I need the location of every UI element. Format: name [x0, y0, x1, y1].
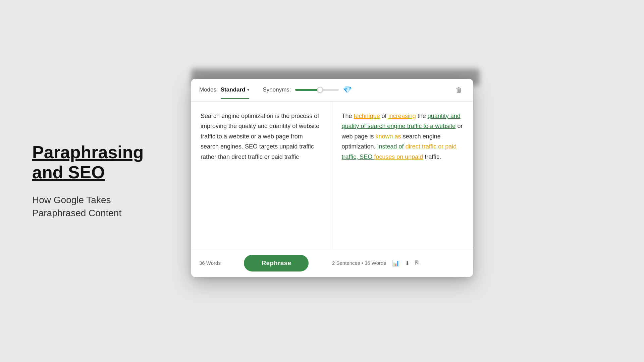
output-text: The technique of increasing the quantity… — [342, 111, 464, 162]
word-count: 36 Words — [199, 260, 221, 266]
synonyms-slider[interactable] — [295, 89, 339, 91]
toolbar: Modes: Standard ▾ Synonyms: 💎 🗑 — [191, 79, 473, 102]
delete-button[interactable]: 🗑 — [453, 85, 465, 95]
highlight-known-as: known as — [376, 133, 401, 140]
highlight-instead: Instead of direct traffic or paid traffi… — [342, 143, 457, 160]
output-stats: 2 Sentences • 36 Words 📊 ⬇ ⎘ — [332, 259, 420, 267]
highlight-technique: technique — [354, 113, 380, 119]
diamond-icon: 💎 — [343, 85, 352, 94]
page-subtitle: How Google Takes Paraphrased Content — [32, 193, 178, 220]
slider-thumb — [317, 87, 323, 93]
input-text: Search engine optimization is the proces… — [201, 111, 323, 162]
chevron-down-icon: ▾ — [247, 87, 249, 92]
left-panel: Paraphrasingand SEO How Google Takes Par… — [0, 142, 178, 220]
modes-label: Modes: — [199, 86, 218, 93]
download-icon-button[interactable]: ⬇ — [404, 259, 411, 267]
chart-icon-button[interactable]: 📊 — [391, 259, 400, 267]
app-container: Modes: Standard ▾ Synonyms: 💎 🗑 Search e… — [191, 79, 473, 277]
mode-value: Standard — [221, 86, 246, 93]
highlight-direct: direct traffic or paid — [406, 143, 457, 150]
input-pane[interactable]: Search engine optimization is the proces… — [191, 102, 332, 249]
mode-dropdown[interactable]: Standard ▾ — [221, 86, 250, 93]
bottom-left: 36 Words Rephrase — [199, 255, 332, 272]
bottom-right: 2 Sentences • 36 Words 📊 ⬇ ⎘ — [332, 259, 465, 267]
bottom-bar: 36 Words Rephrase 2 Sentences • 36 Words… — [191, 249, 473, 277]
highlight-increasing: increasing — [388, 113, 416, 119]
mode-underline — [221, 98, 250, 99]
synonyms-label: Synonyms: — [263, 86, 291, 93]
copy-icon-button[interactable]: ⎘ — [415, 259, 420, 267]
content-area: Search engine optimization is the proces… — [191, 102, 473, 249]
page-title: Paraphrasingand SEO — [32, 142, 178, 183]
stat-icons: 📊 ⬇ ⎘ — [391, 259, 420, 267]
output-pane: The technique of increasing the quantity… — [332, 102, 473, 249]
synonyms-section: Synonyms: 💎 — [263, 85, 352, 94]
paraphraser-card: Modes: Standard ▾ Synonyms: 💎 🗑 Search e… — [191, 79, 473, 277]
highlight-focuses: focuses on unpaid — [374, 154, 423, 160]
rephrase-button[interactable]: Rephrase — [244, 255, 309, 272]
